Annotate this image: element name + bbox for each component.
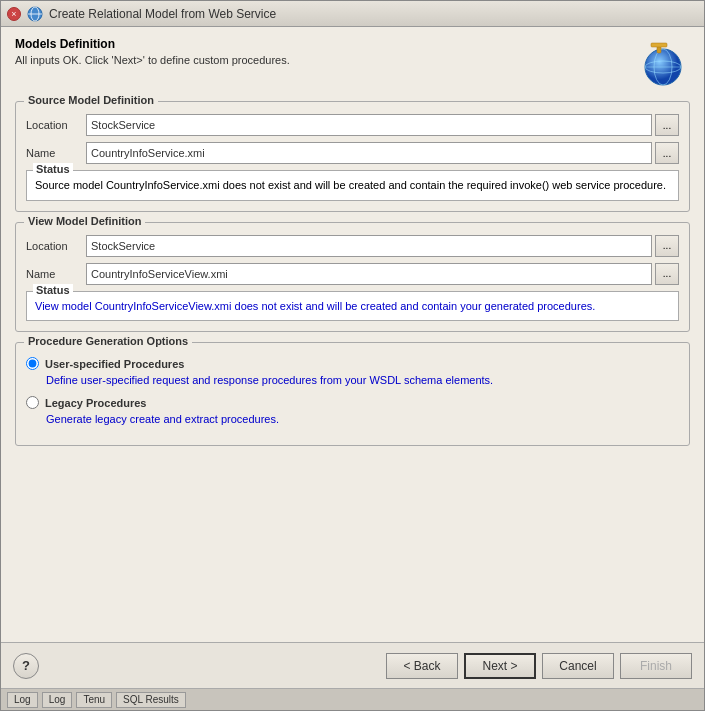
bottom-left: ?	[13, 653, 39, 679]
source-name-input[interactable]	[86, 142, 652, 164]
source-name-row: Name ...	[26, 142, 679, 164]
legacy-radio[interactable]	[26, 396, 39, 409]
procedure-options-legend: Procedure Generation Options	[24, 335, 192, 347]
source-location-input[interactable]	[86, 114, 652, 136]
legacy-row: Legacy Procedures	[26, 396, 679, 409]
view-status-text: View model CountryInfoServiceView.xmi do…	[35, 298, 670, 315]
taskbar-tenu[interactable]: Tenu	[76, 692, 112, 708]
view-status-box: Status View model CountryInfoServiceView…	[26, 291, 679, 322]
view-location-row: Location ...	[26, 235, 679, 257]
bottom-bar: ? < Back Next > Cancel Finish	[1, 642, 704, 688]
close-button[interactable]: ×	[7, 7, 21, 21]
taskbar-log[interactable]: Log	[7, 692, 38, 708]
taskbar: Log Log Tenu SQL Results	[1, 688, 704, 710]
header-description: All inputs OK. Click 'Next>' to define c…	[15, 54, 636, 66]
view-location-input[interactable]	[86, 235, 652, 257]
header-section: Models Definition All inputs OK. Click '…	[15, 37, 690, 91]
procedure-options-section: Procedure Generation Options User-specif…	[15, 342, 690, 446]
title-bar: × Create Relational Model from Web Servi…	[1, 1, 704, 27]
view-status-legend: Status	[33, 284, 73, 296]
view-model-legend: View Model Definition	[24, 215, 145, 227]
source-location-row: Location ...	[26, 114, 679, 136]
cancel-button[interactable]: Cancel	[542, 653, 614, 679]
header-title: Models Definition	[15, 37, 636, 51]
source-location-label: Location	[26, 119, 86, 131]
globe-icon	[636, 37, 690, 91]
view-name-input[interactable]	[86, 263, 652, 285]
view-name-browse[interactable]: ...	[655, 263, 679, 285]
source-status-legend: Status	[33, 163, 73, 175]
taskbar-log2[interactable]: Log	[42, 692, 73, 708]
view-name-row: Name ...	[26, 263, 679, 285]
user-specified-label: User-specified Procedures	[45, 358, 184, 370]
legacy-desc: Generate legacy create and extract proce…	[46, 413, 679, 425]
next-button[interactable]: Next >	[464, 653, 536, 679]
taskbar-sql-results[interactable]: SQL Results	[116, 692, 186, 708]
view-name-label: Name	[26, 268, 86, 280]
help-button[interactable]: ?	[13, 653, 39, 679]
user-specified-desc: Define user-specified request and respon…	[46, 374, 679, 386]
view-location-browse[interactable]: ...	[655, 235, 679, 257]
source-name-browse[interactable]: ...	[655, 142, 679, 164]
source-location-browse[interactable]: ...	[655, 114, 679, 136]
content-area: Models Definition All inputs OK. Click '…	[1, 27, 704, 642]
bottom-buttons: < Back Next > Cancel Finish	[386, 653, 692, 679]
source-model-section: Source Model Definition Location ... Nam…	[15, 101, 690, 212]
view-model-section: View Model Definition Location ... Name …	[15, 222, 690, 333]
finish-button[interactable]: Finish	[620, 653, 692, 679]
source-name-label: Name	[26, 147, 86, 159]
svg-rect-8	[651, 43, 667, 47]
source-status-box: Status Source model CountryInfoService.x…	[26, 170, 679, 201]
user-specified-row: User-specified Procedures	[26, 357, 679, 370]
window-title: Create Relational Model from Web Service	[49, 7, 276, 21]
source-status-text: Source model CountryInfoService.xmi does…	[35, 177, 670, 194]
source-model-legend: Source Model Definition	[24, 94, 158, 106]
view-location-label: Location	[26, 240, 86, 252]
user-specified-radio[interactable]	[26, 357, 39, 370]
back-button[interactable]: < Back	[386, 653, 458, 679]
legacy-label: Legacy Procedures	[45, 397, 147, 409]
header-text: Models Definition All inputs OK. Click '…	[15, 37, 636, 66]
title-icon	[27, 6, 43, 22]
proc-options-container: User-specified Procedures Define user-sp…	[26, 357, 679, 425]
main-window: × Create Relational Model from Web Servi…	[0, 0, 705, 711]
